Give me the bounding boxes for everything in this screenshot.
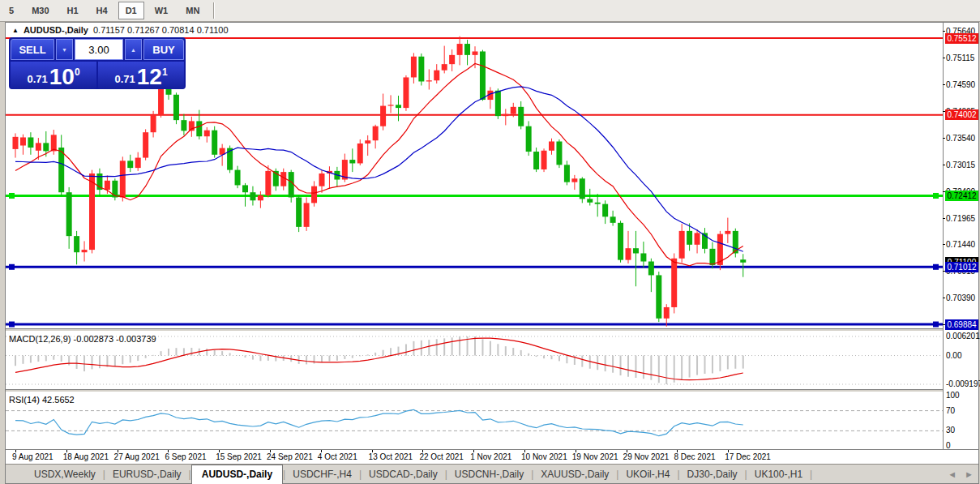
macd-indicator-label: MACD(12,26,9) -0.002873 -0.003739	[9, 334, 156, 344]
rsi-indicator-label: RSI(14) 42.5652	[9, 395, 75, 405]
date-label: 27 Aug 2021	[114, 452, 160, 461]
symbol-tab-usdx[interactable]: USDX,Weekly	[27, 466, 103, 483]
collapse-arrow-icon[interactable]: ▲	[12, 27, 19, 34]
date-label: 17 Dec 2021	[725, 452, 771, 461]
symbol-tab-eurusd[interactable]: EURUSD-,Daily	[105, 466, 189, 483]
symbol-tab-dj30[interactable]: DJ30-,Daily	[680, 466, 745, 483]
date-axis[interactable]: 9 Aug 202118 Aug 202127 Aug 20216 Sep 20…	[6, 449, 978, 464]
indicator-axis-tick: 0.00	[946, 351, 961, 361]
volume-increase-button[interactable]: ▲	[125, 39, 142, 60]
date-label: 9 Aug 2021	[12, 452, 53, 461]
date-label: 13 Oct 2021	[369, 452, 413, 461]
volume-input[interactable]	[75, 39, 123, 60]
timeframe-button-d1[interactable]: D1	[118, 2, 144, 19]
symbol-tab-usdchf[interactable]: USDCHF-,H4	[285, 466, 359, 483]
timeframe-toolbar: 5M30H1H4D1W1MN	[0, 0, 980, 22]
buy-price-display[interactable]: 0.71 12 1	[98, 62, 184, 89]
line-handle-left[interactable]	[9, 193, 15, 199]
tab-next-arrow[interactable]: ►	[965, 469, 974, 479]
date-label: 6 Sep 2021	[165, 452, 206, 461]
line-price-label: 0.72412	[945, 191, 978, 201]
sell-price-pip: 0	[75, 66, 80, 78]
price-axis-tick: 0.73015	[946, 161, 978, 170]
timeframe-button-h4[interactable]: H4	[89, 2, 115, 19]
symbol-tab-usdcad[interactable]: USDCAD-,Daily	[362, 466, 445, 483]
sell-price-main: 10	[49, 66, 75, 88]
symbol-tab-audusd[interactable]: AUDUSD-,Daily	[191, 465, 283, 484]
price-axis-tick: 0.71965	[946, 214, 978, 224]
price-axis-tick: 0.75115	[946, 54, 978, 63]
timeframe-button-w1[interactable]: W1	[148, 2, 176, 19]
indicator-axis-tick: 0.006201	[946, 332, 980, 341]
indicator-axis-tick: -0.009197	[946, 379, 980, 389]
timeframe-button-h1[interactable]: H1	[60, 2, 86, 19]
symbol-tab-bar: USDX,Weekly|EURUSD-,Daily|AUDUSD-,Daily|…	[6, 464, 978, 483]
indicator-axis-tick: 30	[946, 426, 955, 435]
buy-button[interactable]: BUY	[143, 39, 184, 60]
chart-symbol-label: AUDUSD-,Daily	[24, 25, 88, 35]
date-label: 19 Nov 2021	[572, 452, 618, 461]
toolbar-separator	[213, 2, 215, 19]
date-label: 18 Aug 2021	[63, 452, 109, 461]
date-label: 22 Oct 2021	[419, 452, 463, 461]
timeframe-button-m30[interactable]: M30	[24, 2, 56, 19]
chevron-down-icon: ▼	[62, 47, 67, 53]
sell-button[interactable]: SELL	[11, 39, 54, 60]
rsi-pane-splitter[interactable]	[6, 389, 978, 392]
chart-window: ▲ AUDUSD-,Daily 0.71157 0.71267 0.70814 …	[5, 22, 979, 484]
date-label: 10 Nov 2021	[521, 452, 567, 461]
macd-pane-splitter[interactable]	[6, 328, 978, 332]
date-label: 15 Sep 2021	[216, 452, 262, 461]
price-axis-tick: 0.73540	[946, 134, 978, 143]
indicator-axis-tick: 0	[946, 441, 951, 451]
chart-ohlc-values: 0.71157 0.71267 0.70814 0.71100	[93, 25, 229, 35]
one-click-trade-panel: SELL ▼ ▲ BUY 0.71 10 0 0.71 12 1	[9, 37, 186, 89]
buy-price-main: 12	[137, 66, 162, 88]
line-handle-right[interactable]	[933, 322, 939, 328]
line-handle-right[interactable]	[933, 193, 939, 199]
symbol-tab-usdcnh[interactable]: USDCNH-,Daily	[447, 466, 531, 483]
sell-price-display[interactable]: 0.71 10 0	[11, 62, 96, 89]
tab-separator: |	[810, 469, 812, 483]
indicator-axis-tick: 70	[946, 406, 955, 416]
date-label: 4 Oct 2021	[318, 452, 357, 461]
symbol-tab-ukoil[interactable]: UKOil-,H4	[618, 466, 677, 483]
chart-header: ▲ AUDUSD-,Daily 0.71157 0.71267 0.70814 …	[12, 25, 229, 35]
indicator-axis-tick: 100	[946, 391, 960, 400]
price-axis-tick: 0.71440	[946, 240, 978, 250]
volume-decrease-button[interactable]: ▼	[56, 39, 73, 60]
line-price-label: 0.75512	[945, 33, 978, 44]
line-price-label: 0.69884	[945, 319, 978, 330]
tab-prev-arrow[interactable]: ◄	[948, 469, 956, 479]
price-axis-tick: 0.74590	[946, 80, 978, 90]
sell-price-prefix: 0.71	[27, 73, 47, 85]
timeframe-button-5[interactable]: 5	[2, 2, 21, 19]
date-label: 29 Nov 2021	[623, 452, 670, 461]
symbol-tab-xauusd[interactable]: XAUUSD-,Daily	[533, 466, 616, 483]
line-price-label: 0.74002	[945, 109, 978, 120]
symbol-tab-uk100[interactable]: UK100-,H1	[747, 466, 810, 483]
line-handle-left[interactable]	[9, 264, 15, 270]
chevron-up-icon: ▲	[131, 47, 136, 53]
date-label: 1 Nov 2021	[470, 452, 511, 461]
line-handle-right[interactable]	[933, 264, 939, 270]
price-axis-tick: 0.70390	[946, 293, 978, 303]
date-label: 24 Sep 2021	[267, 452, 313, 461]
tab-nav: ◄►	[948, 469, 974, 479]
buy-price-pip: 1	[162, 66, 168, 78]
timeframe-button-mn[interactable]: MN	[178, 2, 207, 19]
line-price-label: 0.71012	[945, 262, 978, 272]
line-handle-left[interactable]	[9, 322, 15, 328]
buy-price-prefix: 0.71	[114, 73, 135, 85]
date-label: 8 Dec 2021	[674, 452, 715, 461]
